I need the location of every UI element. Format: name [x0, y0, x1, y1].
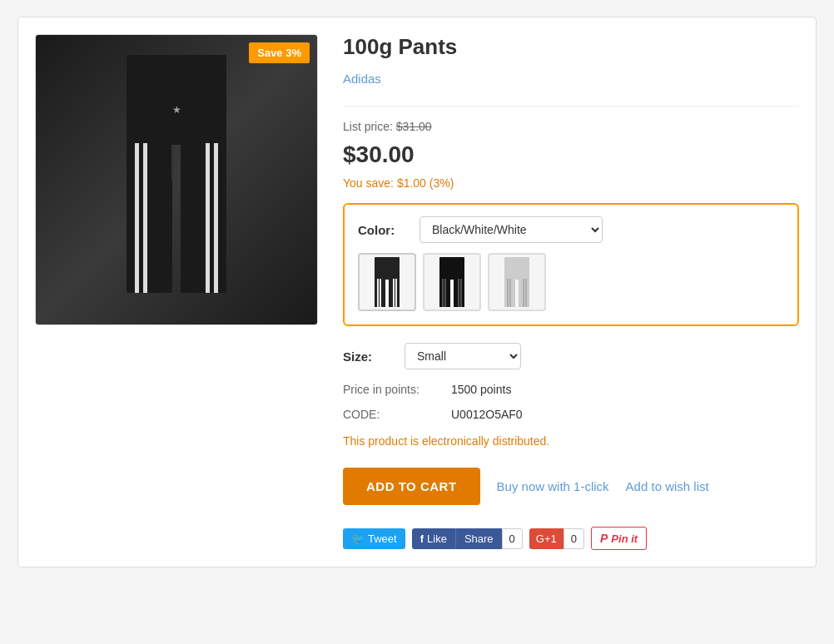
product-details-section: 100g Pants Adidas List price: $31.00 $30… [343, 34, 799, 550]
svg-rect-15 [380, 279, 381, 307]
svg-rect-16 [393, 279, 395, 307]
you-save-label: You save: [343, 176, 394, 190]
svg-rect-31 [509, 279, 511, 307]
fb-share-label: Share [464, 533, 494, 545]
svg-rect-7 [214, 143, 218, 293]
gplus-count: 0 [563, 528, 584, 549]
tweet-button[interactable]: 🐦 Tweet [343, 528, 405, 549]
color-swatch-2[interactable] [423, 253, 481, 311]
color-section: Color: Black/White/White Black/Black/Whi… [343, 203, 799, 326]
list-price-label: List price: [343, 120, 393, 133]
svg-rect-23 [444, 279, 446, 307]
svg-rect-18 [439, 257, 464, 264]
svg-rect-32 [523, 279, 524, 307]
pinterest-button[interactable]: P Pin it [591, 527, 647, 550]
svg-text:★: ★ [172, 104, 181, 116]
code-row: CODE: U0012O5AF0 [343, 408, 799, 421]
color-select[interactable]: Black/White/White Black/Black/White Whit… [419, 216, 603, 243]
add-to-wishlist-link[interactable]: Add to wish list [626, 479, 709, 493]
facebook-group: f Like Share 0 [412, 528, 523, 549]
gplus-group: G+1 0 [529, 528, 584, 549]
pants-illustration: ★ [110, 55, 243, 305]
svg-rect-10 [375, 257, 400, 264]
you-save-value: $1.00 (3%) [397, 176, 454, 190]
add-to-cart-button[interactable]: ADD TO CART [343, 468, 480, 505]
svg-rect-4 [135, 143, 139, 293]
facebook-like-button[interactable]: f Like [412, 528, 455, 549]
save-badge: Save 3% [249, 42, 310, 63]
size-row: Size: Small Medium Large X-Large [343, 343, 799, 369]
svg-rect-24 [458, 279, 459, 307]
points-row: Price in points: 1500 points [343, 383, 799, 396]
list-price-value: $31.00 [396, 120, 432, 133]
product-image: ★ [36, 35, 317, 324]
svg-rect-11 [375, 263, 400, 280]
product-page: ★ Save 3% 100g Pants Adidas List price: … [17, 17, 817, 567]
color-swatch-1[interactable] [358, 253, 416, 311]
points-label: Price in points: [343, 383, 443, 396]
points-value: 1500 points [451, 383, 511, 396]
svg-rect-30 [507, 279, 509, 307]
gplus-button[interactable]: G+1 [529, 528, 563, 549]
code-label: CODE: [343, 408, 443, 421]
color-swatch-3[interactable] [488, 253, 546, 311]
svg-rect-6 [206, 143, 210, 293]
product-brand-link[interactable]: Adidas [343, 72, 799, 86]
you-save-row: You save: $1.00 (3%) [343, 176, 799, 190]
gplus-label: G+1 [536, 533, 557, 545]
color-label: Color: [358, 223, 408, 237]
color-row: Color: Black/White/White Black/Black/Whi… [358, 216, 784, 243]
product-image-wrapper: ★ [35, 34, 318, 325]
social-row: 🐦 Tweet f Like Share 0 G+1 0 P [343, 527, 799, 550]
facebook-icon: f [420, 533, 424, 545]
product-image-section: ★ Save 3% [35, 34, 318, 550]
actions-row: ADD TO CART Buy now with 1-click Add to … [343, 468, 799, 505]
svg-rect-33 [525, 279, 527, 307]
facebook-share-button[interactable]: Share [455, 528, 502, 549]
svg-rect-17 [395, 279, 397, 307]
facebook-count: 0 [502, 528, 523, 549]
color-swatches [358, 253, 784, 311]
pinterest-label: Pin it [611, 533, 638, 545]
tweet-label: Tweet [368, 533, 397, 545]
svg-rect-25 [460, 279, 462, 307]
electronic-distribution-notice: This product is electronically distribut… [343, 434, 799, 448]
size-label: Size: [343, 349, 393, 364]
svg-rect-0 [127, 55, 226, 80]
buy-now-link[interactable]: Buy now with 1-click [497, 479, 609, 493]
fb-like-label: Like [427, 533, 447, 545]
svg-rect-26 [504, 257, 529, 264]
twitter-icon: 🐦 [351, 533, 365, 545]
divider-1 [343, 106, 799, 107]
list-price-row: List price: $31.00 [343, 120, 799, 133]
svg-rect-19 [439, 263, 464, 280]
pinterest-icon: P [600, 532, 608, 545]
svg-rect-2 [127, 143, 172, 293]
svg-rect-3 [181, 143, 226, 293]
svg-rect-27 [504, 263, 529, 280]
svg-rect-14 [377, 279, 379, 307]
size-select[interactable]: Small Medium Large X-Large [405, 343, 521, 369]
product-title: 100g Pants [343, 34, 799, 60]
svg-rect-22 [442, 279, 444, 307]
current-price: $30.00 [343, 141, 799, 168]
svg-rect-5 [143, 143, 147, 293]
code-value: U0012O5AF0 [451, 408, 523, 421]
